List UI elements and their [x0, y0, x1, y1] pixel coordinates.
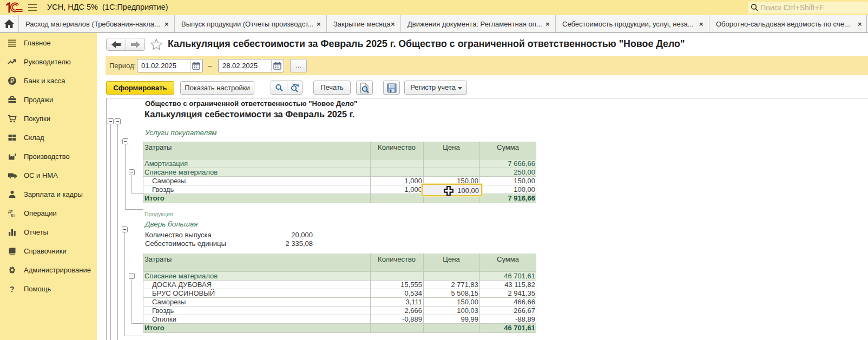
- svg-text:Кт: Кт: [11, 214, 15, 217]
- svg-text:Дт: Дт: [8, 209, 13, 214]
- svg-text:?: ?: [10, 285, 15, 294]
